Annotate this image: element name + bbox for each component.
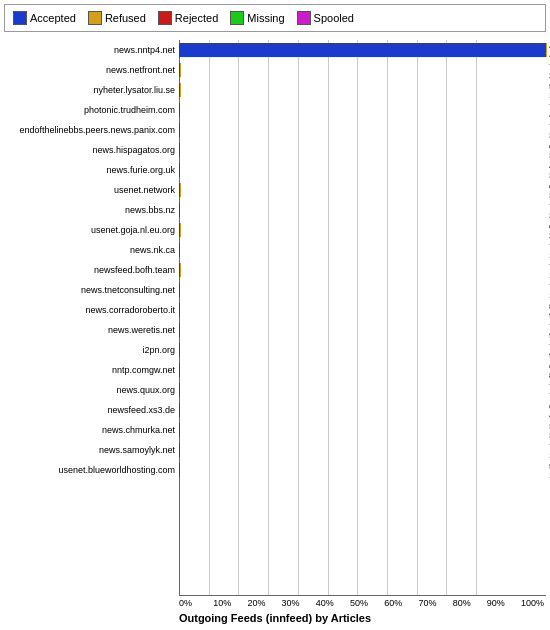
bar-label: nntp.comgw.net	[4, 365, 179, 375]
bar-label: news.chmurka.net	[4, 425, 179, 435]
table-row: news.tnetconsulting.net7,413107	[4, 280, 546, 299]
bar-segment-accepted	[179, 283, 180, 297]
table-row: news.nntp4.net4,030,5084,115	[4, 40, 546, 59]
bar-track: 3,84632	[179, 423, 546, 437]
table-row: news.weretis.net7,41097	[4, 320, 546, 339]
bar-track: 7,414389	[179, 123, 546, 137]
bar-segment-accepted	[179, 383, 180, 397]
chart-area: news.nntp4.net4,030,5084,115news.netfron…	[0, 36, 550, 630]
bar-label: usenet.blueworldhosting.com	[4, 465, 179, 475]
x-axis: 0%10%20%30%40%50%60%70%80%90%100%	[179, 595, 546, 608]
bar-track: 7,22318	[179, 443, 546, 457]
table-row: nntp.comgw.net6,566841	[4, 360, 546, 379]
bar-label: news.nntp4.net	[4, 45, 179, 55]
bar-label: i2pn.org	[4, 345, 179, 355]
x-tick: 10%	[213, 598, 247, 608]
legend-color-refused	[88, 11, 102, 25]
bar-track: 7,385452	[179, 103, 546, 117]
x-tick: 40%	[316, 598, 350, 608]
bar-label: news.bbs.nz	[4, 205, 179, 215]
bar-track: 7,347187	[179, 243, 546, 257]
bar-label: news.furie.org.uk	[4, 165, 179, 175]
bar-track: 7,1081,441	[179, 263, 546, 277]
table-row: news.netfront.net7,4112,551	[4, 60, 546, 79]
legend-label-missing: Missing	[247, 12, 284, 24]
legend-item-spooled: Spooled	[297, 11, 354, 25]
bar-segment-accepted	[179, 463, 180, 477]
legend-item-rejected: Rejected	[158, 11, 218, 25]
bar-label: news.hispagatos.org	[4, 145, 179, 155]
x-tick: 50%	[350, 598, 384, 608]
bar-label: usenet.network	[4, 185, 179, 195]
bar-track: 6,2863,411	[179, 183, 546, 197]
bar-track: 4,028349	[179, 163, 546, 177]
bar-label: news.quux.org	[4, 385, 179, 395]
bar-track: 5,9761,365	[179, 83, 546, 97]
legend: AcceptedRefusedRejectedMissingSpooled	[4, 4, 546, 32]
bar-track: 6,855382	[179, 143, 546, 157]
bar-track: 4,030,5084,115	[179, 43, 546, 57]
table-row: photonic.trudheim.com7,385452	[4, 100, 546, 119]
legend-item-missing: Missing	[230, 11, 284, 25]
table-row: newsfeed.bofh.team7,1081,441	[4, 260, 546, 279]
bar-label: news.tnetconsulting.net	[4, 285, 179, 295]
bar-segment-accepted	[179, 403, 180, 417]
table-row: news.nk.ca7,347187	[4, 240, 546, 259]
legend-label-accepted: Accepted	[30, 12, 76, 24]
bar-track: 7,41097	[179, 323, 546, 337]
x-tick: 100%	[521, 598, 546, 608]
table-row: news.furie.org.uk4,028349	[4, 160, 546, 179]
x-tick: 80%	[453, 598, 487, 608]
x-tick: 90%	[487, 598, 521, 608]
x-tick: 0%	[179, 598, 213, 608]
legend-label-refused: Refused	[105, 12, 146, 24]
bar-track: 7,34679	[179, 383, 546, 397]
legend-color-missing	[230, 11, 244, 25]
bar-label: newsfeed.bofh.team	[4, 265, 179, 275]
table-row: i2pn.org7,18796	[4, 340, 546, 359]
bar-label: endofthelinebbs.peers.news.panix.com	[4, 125, 179, 135]
bar-track: 7,4112,551	[179, 63, 546, 77]
table-row: news.quux.org7,34679	[4, 380, 546, 399]
bar-label: usenet.goja.nl.eu.org	[4, 225, 179, 235]
legend-label-spooled: Spooled	[314, 12, 354, 24]
bar-track: 7,435256	[179, 203, 546, 217]
bar-label: newsfeed.xs3.de	[4, 405, 179, 415]
table-row: newsfeed.xs3.de6,89249	[4, 400, 546, 419]
bar-track: 6,8972,241	[179, 223, 546, 237]
bar-label: news.weretis.net	[4, 325, 179, 335]
bar-track: 85999	[179, 303, 546, 317]
legend-color-spooled	[297, 11, 311, 25]
table-row: usenet.goja.nl.eu.org6,8972,241	[4, 220, 546, 239]
legend-color-accepted	[13, 11, 27, 25]
bar-label: news.corradoroberto.it	[4, 305, 179, 315]
x-tick: 60%	[384, 598, 418, 608]
bar-track: 6,89249	[179, 403, 546, 417]
bar-segment-accepted	[179, 323, 180, 337]
table-row: news.corradoroberto.it85999	[4, 300, 546, 319]
legend-label-rejected: Rejected	[175, 12, 218, 24]
table-row: endofthelinebbs.peers.news.panix.com7,41…	[4, 120, 546, 139]
bar-label: nyheter.lysator.liu.se	[4, 85, 179, 95]
bar-segment-accepted	[179, 443, 180, 457]
table-row: news.samoylyk.net7,22318	[4, 440, 546, 459]
bar-track: 7,18796	[179, 343, 546, 357]
chart-container: AcceptedRefusedRejectedMissingSpooled ne…	[0, 0, 550, 630]
legend-item-refused: Refused	[88, 11, 146, 25]
x-tick: 20%	[247, 598, 281, 608]
bar-label: photonic.trudheim.com	[4, 105, 179, 115]
bar-track: 6,566841	[179, 363, 546, 377]
bar-label: news.nk.ca	[4, 245, 179, 255]
legend-item-accepted: Accepted	[13, 11, 76, 25]
bar-track: 5,67412	[179, 463, 546, 477]
bar-label: news.samoylyk.net	[4, 445, 179, 455]
table-row: usenet.blueworldhosting.com5,67412	[4, 460, 546, 479]
table-row: usenet.network6,2863,411	[4, 180, 546, 199]
table-row: news.bbs.nz7,435256	[4, 200, 546, 219]
bar-track: 7,413107	[179, 283, 546, 297]
x-tick: 30%	[282, 598, 316, 608]
table-row: news.chmurka.net3,84632	[4, 420, 546, 439]
chart-title: Outgoing Feeds (innfeed) by Articles	[4, 608, 546, 630]
bar-segment-accepted	[179, 343, 180, 357]
table-row: nyheter.lysator.liu.se5,9761,365	[4, 80, 546, 99]
